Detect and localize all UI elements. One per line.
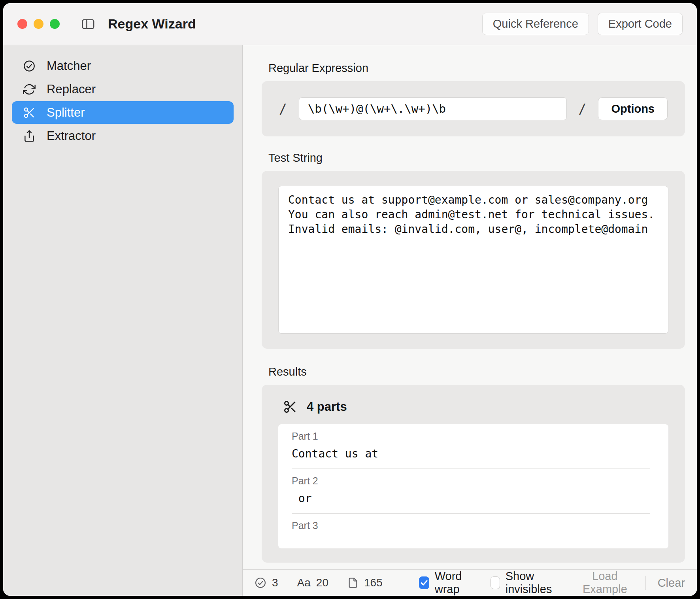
main-content: Regular Expression / / Options Test Stri… bbox=[243, 45, 697, 569]
titlebar: Regex Wizard Quick Reference Export Code bbox=[3, 3, 697, 45]
regex-pattern-input[interactable] bbox=[299, 97, 567, 120]
scissors-icon bbox=[283, 400, 297, 414]
options-button[interactable]: Options bbox=[598, 97, 668, 120]
part-label: Part 1 bbox=[292, 431, 650, 442]
cycle-arrows-icon bbox=[23, 83, 36, 96]
scissors-icon bbox=[23, 106, 36, 119]
sidebar-item-replacer[interactable]: Replacer bbox=[12, 78, 234, 100]
sidebar-item-label: Splitter bbox=[47, 106, 85, 120]
word-wrap-toggle[interactable]: Word wrap bbox=[419, 570, 473, 596]
clear-button[interactable]: Clear bbox=[658, 576, 685, 590]
regex-open-delimiter: / bbox=[279, 101, 287, 117]
test-string-section-label: Test String bbox=[268, 151, 685, 164]
sidebar-item-matcher[interactable]: Matcher bbox=[12, 55, 234, 77]
part-label: Part 3 bbox=[292, 520, 650, 531]
close-window-button[interactable] bbox=[17, 19, 27, 29]
sidebar-item-splitter[interactable]: Splitter bbox=[12, 101, 234, 124]
regex-close-delimiter: / bbox=[579, 101, 587, 117]
text-size-stat: Aa 20 bbox=[297, 576, 328, 589]
show-invisibles-checkbox[interactable] bbox=[491, 576, 500, 589]
document-icon bbox=[347, 577, 358, 588]
window-title: Regex Wizard bbox=[108, 16, 196, 32]
show-invisibles-label: Show invisibles bbox=[506, 570, 562, 596]
result-part: Part 3 You can also reach bbox=[292, 514, 650, 548]
match-count-value: 3 bbox=[272, 576, 278, 589]
match-count-stat: 3 bbox=[255, 576, 278, 589]
part-value: Contact us at bbox=[292, 446, 650, 462]
word-wrap-checkbox[interactable] bbox=[419, 576, 429, 589]
test-string-input[interactable]: Contact us at support@example.com or sal… bbox=[278, 186, 668, 334]
sidebar-item-label: Extractor bbox=[47, 129, 96, 143]
part-value: or bbox=[292, 491, 650, 506]
char-count-value: 165 bbox=[364, 576, 383, 589]
result-part: Part 2 or bbox=[292, 469, 650, 514]
text-size-value: 20 bbox=[316, 576, 328, 589]
quick-reference-button[interactable]: Quick Reference bbox=[482, 13, 589, 35]
text-size-label: Aa bbox=[297, 576, 311, 589]
results-summary: 4 parts bbox=[307, 400, 347, 414]
part-value: You can also reach bbox=[292, 535, 650, 548]
test-string-panel: Contact us at support@example.com or sal… bbox=[262, 171, 685, 349]
results-header: 4 parts bbox=[278, 395, 668, 424]
checkmark-circle-icon bbox=[23, 60, 36, 72]
share-icon bbox=[23, 130, 36, 142]
word-wrap-label: Word wrap bbox=[435, 570, 473, 596]
sidebar-toggle-icon[interactable] bbox=[80, 17, 96, 31]
part-label: Part 2 bbox=[292, 475, 650, 487]
regex-section-label: Regular Expression bbox=[268, 62, 685, 75]
minimize-window-button[interactable] bbox=[34, 19, 43, 29]
app-window: Regex Wizard Quick Reference Export Code… bbox=[3, 3, 697, 596]
traffic-lights bbox=[17, 19, 60, 29]
results-section-label: Results bbox=[268, 365, 685, 378]
checkmark-circle-icon bbox=[255, 577, 266, 589]
char-count-stat: 165 bbox=[347, 576, 383, 589]
result-part: Part 1 Contact us at bbox=[292, 424, 650, 469]
sidebar-item-extractor[interactable]: Extractor bbox=[12, 125, 234, 147]
statusbar: 3 Aa 20 165 bbox=[243, 569, 697, 596]
statusbar-divider bbox=[645, 576, 646, 590]
zoom-window-button[interactable] bbox=[50, 19, 60, 29]
sidebar-item-label: Matcher bbox=[47, 59, 91, 73]
load-example-button[interactable]: Load Example bbox=[578, 570, 632, 596]
sidebar: Matcher Replacer bbox=[3, 45, 243, 596]
results-panel: 4 parts Part 1 Contact us at Part 2 or P bbox=[262, 385, 685, 563]
regex-panel: / / Options bbox=[262, 81, 685, 136]
export-code-button[interactable]: Export Code bbox=[598, 13, 683, 35]
results-list[interactable]: Part 1 Contact us at Part 2 or Part 3 Yo… bbox=[278, 424, 668, 548]
show-invisibles-toggle[interactable]: Show invisibles bbox=[491, 570, 562, 596]
sidebar-item-label: Replacer bbox=[47, 82, 96, 96]
